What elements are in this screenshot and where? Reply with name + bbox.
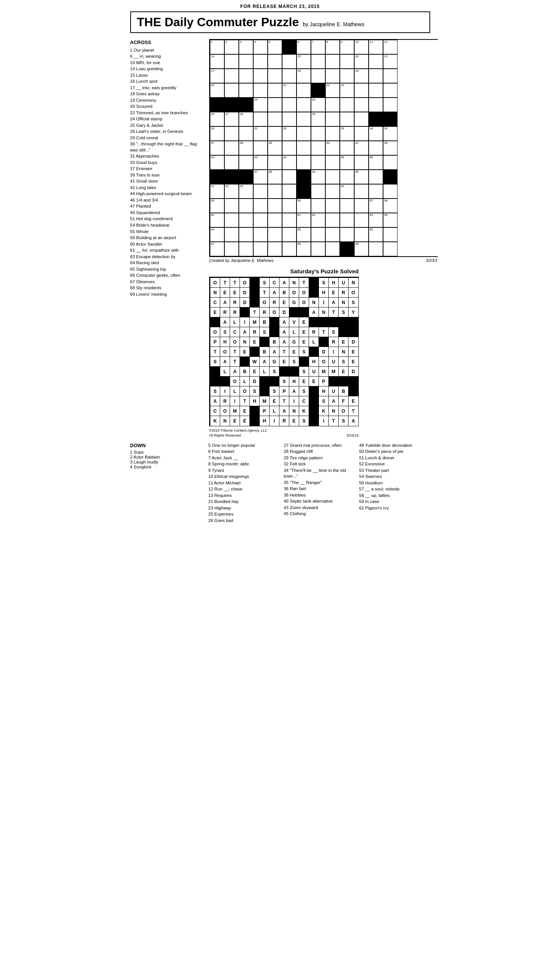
solved-cell-r5-c7: A (279, 327, 290, 338)
grid-cell-r4-c8 (325, 98, 340, 112)
across-clue-17: 17 __ into; eats greedily (130, 85, 202, 91)
grid-cell-r10-c10 (354, 184, 369, 199)
solved-cell-r8-c4: W (249, 356, 260, 367)
solved-cell-r10-c11: P (318, 376, 329, 387)
solved-cell-r2-c4 (249, 297, 260, 308)
grid-cell-r2-c9 (340, 69, 354, 83)
down-clues-col4: 48 Yuletide door decoration50 Dieter's p… (359, 443, 430, 524)
across-clue-49: 49 Squandered (130, 210, 202, 216)
grid-cell-r7-c0: 37 (210, 141, 224, 155)
grid-cell-r14-c3 (253, 242, 268, 256)
solved-cell-r11-c2: L (230, 386, 240, 397)
solved-cell-r5-c14 (348, 327, 359, 338)
grid-cell-r1-c6: 15 (297, 54, 311, 69)
solved-cell-r5-c1: S (220, 327, 230, 338)
grid-cell-r8-c10 (354, 155, 369, 170)
solved-cell-r1-c4 (249, 287, 260, 298)
solved-cell-r14-c9: S (299, 416, 310, 426)
solved-cell-r10-c9: E (299, 376, 310, 387)
solved-cell-r11-c6: S (269, 386, 280, 397)
down-clue-29: 29 Tire ridge pattern (283, 455, 355, 461)
solved-cell-r9-c9: S (299, 366, 310, 377)
solved-cell-r8-c9 (299, 356, 310, 367)
across-clue-46: 46 1/4 and 3/4 (130, 197, 202, 204)
grid-cell-r1-c12: 13 (383, 54, 398, 69)
grid-cell-r7-c7 (311, 141, 325, 155)
grid-cell-r4-c11 (369, 98, 383, 112)
solved-cell-r13-c3: E (240, 406, 250, 416)
grid-cell-r4-c4 (268, 98, 282, 112)
solved-cell-r0-c7: A (279, 277, 290, 288)
solved-cell-r4-c2: L (230, 317, 240, 328)
grid-cell-r5-c3 (253, 112, 268, 126)
solved-cell-r4-c11 (318, 317, 329, 328)
grid-cell-r3-c0: 20 (210, 83, 224, 98)
down-clue-28: 28 Rugged cliff (283, 449, 355, 455)
solved-cell-r3-c7: D (279, 307, 290, 318)
grid-cell-r10-c2: 53 (239, 184, 253, 199)
down-clue-13: 13 Requires (209, 493, 280, 499)
down-clue-57: 57 __ a soul; nobody (359, 486, 430, 492)
solved-cell-r8-c8: S (289, 356, 300, 367)
grid-cell-r11-c1 (224, 199, 239, 213)
grid-cell-r11-c6: 56 (297, 199, 311, 213)
solved-cell-r2-c12: A (328, 297, 339, 308)
grid-cell-r6-c6 (297, 126, 311, 141)
down-clue-58: 58 __ up; tallies (359, 493, 430, 499)
solved-cell-r1-c0: N (210, 287, 220, 298)
solved-cell-r3-c12: T (328, 307, 339, 318)
across-clue-55: 55 Whole (130, 229, 202, 235)
grid-cell-r3-c2 (239, 83, 253, 98)
solved-cell-r3-c11: N (318, 307, 329, 318)
grid-cell-r8-c1 (224, 155, 239, 170)
grid-cell-r8-c5: 44 (282, 155, 297, 170)
solved-cell-r6-c7: A (279, 337, 290, 347)
solved-cell-r3-c8 (289, 307, 300, 318)
solved-cell-r10-c0 (210, 376, 220, 387)
solved-cell-r7-c0: T (210, 346, 220, 357)
solved-cell-r12-c1: R (220, 396, 230, 406)
across-clue-67: 67 Observes (130, 279, 202, 285)
across-clue-61: 61 __ for; empathize with (130, 247, 202, 254)
solved-cell-r9-c10: U (309, 366, 319, 377)
solved-cell-r2-c5: O (259, 297, 270, 308)
down-clue-26: 26 Goes bad (209, 518, 280, 524)
solved-cell-r4-c4: M (249, 317, 260, 328)
solved-cell-r0-c12: H (328, 277, 339, 288)
grid-cell-r12-c7: 62 (311, 213, 325, 227)
solved-cell-r13-c4 (249, 406, 260, 416)
across-clue-16: 16 Lunch spot (130, 79, 202, 85)
solved-cell-r7-c4 (249, 346, 260, 357)
solved-cell-r1-c3: D (240, 287, 250, 298)
grid-cell-r1-c2 (239, 54, 253, 69)
solved-cell-r2-c2: R (230, 297, 240, 308)
solved-cell-r6-c11 (318, 337, 329, 347)
solved-cell-r10-c2: O (230, 376, 240, 387)
solved-cell-r5-c6 (269, 327, 280, 338)
grid-cell-r11-c3 (253, 199, 268, 213)
solved-footer: ©2015 Tribune Content Agency, LLC All Ri… (209, 428, 359, 438)
grid-cell-r11-c0: 55 (210, 199, 224, 213)
across-clue-10: 10 MRI, for one (130, 60, 202, 66)
grid-cell-r6-c4 (268, 126, 282, 141)
grid-cell-r11-c7 (311, 199, 325, 213)
solved-cell-r1-c13: R (338, 287, 349, 298)
solved-cell-r7-c1: O (220, 346, 230, 357)
solved-cell-r5-c11: T (318, 327, 329, 338)
grid-cell-r13-c2 (239, 227, 253, 242)
solved-cell-r6-c0: P (210, 337, 220, 347)
grid-cell-r14-c4 (268, 242, 282, 256)
grid-cell-r3-c12 (383, 83, 398, 98)
solved-cell-r2-c7: E (279, 297, 290, 308)
grid-cell-r5-c10 (354, 112, 369, 126)
solved-cell-r10-c6 (269, 376, 280, 387)
solved-cell-r11-c4: S (249, 386, 260, 397)
across-clue-30: 30 "...through the night that __ flag wa… (130, 141, 202, 153)
grid-cell-r9-c6 (297, 170, 311, 184)
grid-cell-r10-c8 (325, 184, 340, 199)
grid-cell-r14-c7 (311, 242, 325, 256)
grid-cell-r12-c11: 63 (369, 213, 383, 227)
down-clue-2: 2 Actor Baldwin (130, 455, 202, 459)
grid-cell-r0-c2: 3 (239, 40, 253, 54)
grid-cell-r12-c5 (282, 213, 297, 227)
